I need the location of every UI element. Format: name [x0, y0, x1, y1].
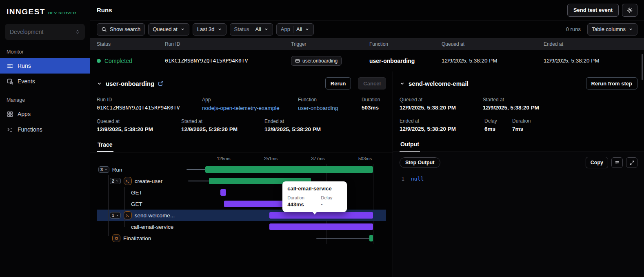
step-meta-row-1: Queued at 12/9/2025, 5:38:20 PM Started …: [393, 97, 644, 111]
sidebar-item-apps[interactable]: Apps: [0, 106, 90, 122]
apps-icon: [7, 111, 13, 118]
scrollbar[interactable]: [642, 54, 643, 80]
chevron-down-icon: [180, 27, 185, 31]
external-link-icon[interactable]: [158, 80, 164, 86]
axis-tick: 377ms: [311, 156, 326, 161]
event-trigger-icon: [295, 58, 300, 63]
chevron-down-icon: [218, 27, 222, 31]
column-header: Function: [369, 41, 442, 47]
step-started-at: 12/9/2025, 5:38:20 PM: [483, 105, 637, 111]
step-title: send-welcome-email: [409, 80, 469, 87]
sidebar-item-label: Functions: [18, 126, 42, 133]
select-chevrons-icon: [75, 29, 80, 35]
trace-row-finalization[interactable]: Finalization: [97, 232, 386, 244]
sidebar-item-runs[interactable]: Runs: [0, 58, 90, 74]
step-queued-at: 12/9/2025, 5:38:20 PM: [400, 105, 483, 111]
table-columns-dropdown[interactable]: Table columns: [587, 23, 637, 36]
field-label: Ended at: [264, 118, 386, 124]
app-filter-dropdown[interactable]: App All: [276, 23, 314, 36]
step-output-pill[interactable]: Step Output: [400, 157, 440, 168]
table-row[interactable]: Completed 01KC1ZMSBNY9ZQT415RP94K0TV use…: [90, 50, 644, 71]
sidebar-item-events[interactable]: Events: [0, 74, 90, 89]
cancel-button[interactable]: Cancel: [358, 77, 386, 89]
run-meta-row-1: Run ID 01KC1ZMSBNY9ZQT415RP94K0TV App no…: [90, 97, 393, 111]
run-function: user-onboarding: [369, 58, 442, 64]
span-bar[interactable]: [369, 235, 373, 241]
copy-button[interactable]: Copy: [586, 157, 608, 168]
tab-trace[interactable]: Trace: [97, 139, 113, 152]
queued-at-dropdown[interactable]: Queued at: [148, 23, 189, 36]
runs-icon: [7, 63, 13, 69]
output-panel: Step Output Copy 1 null: [393, 152, 644, 277]
collapse-chevron-icon[interactable]: [400, 81, 405, 86]
step-delay: 6ms: [484, 126, 512, 132]
span-bar[interactable]: [205, 166, 373, 173]
inngest-dev-server: INNGEST DEV SERVER Development Monitor R…: [0, 0, 644, 277]
trace-time-axis: 125ms 251ms 377ms 503ms: [97, 156, 386, 164]
step-icon: [124, 177, 132, 185]
field-label: Started at: [483, 97, 637, 103]
chevron-down-icon: [115, 214, 119, 217]
expand-icon: [629, 160, 635, 165]
runs-table-header: Status Run ID Trigger Function Queued at…: [90, 38, 644, 50]
sidebar-item-label: Events: [18, 78, 35, 85]
gear-icon: [626, 7, 633, 13]
tooltip-delay: -: [321, 201, 342, 208]
column-header: Status: [90, 41, 165, 47]
trace-row-run[interactable]: 3 Run: [97, 164, 386, 175]
rerun-from-step-button[interactable]: Rerun from step: [586, 77, 637, 89]
collapse-toggle[interactable]: 2: [110, 178, 121, 184]
run-meta-row-2: Queued at 12/9/2025, 5:38:20 PM Started …: [90, 118, 393, 132]
field-label: Started at: [181, 118, 264, 124]
trigger-badge[interactable]: user.onboarding: [291, 56, 342, 66]
dev-server-badge: DEV SERVER: [48, 11, 76, 15]
step-detail-pane: send-welcome-email Rerun from step Queue…: [393, 71, 644, 277]
collapse-toggle[interactable]: 1: [110, 212, 121, 219]
span-name: send-welcome...: [135, 212, 175, 219]
run-details: user-onboarding Rerun Cancel Run ID 01KC…: [90, 71, 644, 277]
trace-row-send-welcome-email[interactable]: 1 send-welcome... call-email-service Dur…: [97, 210, 386, 221]
run-detail-pane: user-onboarding Rerun Cancel Run ID 01KC…: [90, 71, 393, 277]
tooltip-duration: 443ms: [287, 201, 321, 208]
span-bar[interactable]: [269, 223, 373, 230]
line-number: 1: [400, 176, 404, 182]
collapse-chevron-icon[interactable]: [97, 81, 102, 86]
send-test-event-button[interactable]: Send test event: [567, 4, 619, 17]
step-duration: 7ms: [512, 126, 637, 132]
field-label: Ended at: [400, 118, 484, 124]
run-title: user-onboarding: [106, 80, 154, 87]
trace-rows: 3 Run 2 create: [97, 164, 386, 244]
ended-at-value: 12/9/2025, 5:38:20 PM: [264, 126, 386, 132]
step-ended-at: 12/9/2025, 5:38:20 PM: [400, 126, 484, 132]
app-link[interactable]: nodejs-open-telemetry-example: [202, 105, 280, 111]
queue-line: [316, 238, 369, 239]
tooltip-caret: [312, 212, 317, 214]
environment-select[interactable]: Development: [5, 24, 85, 40]
topbar: Runs Send test event: [90, 0, 644, 20]
field-label: Queued at: [400, 97, 483, 103]
output-value: null: [411, 176, 424, 182]
environment-label: Development: [10, 29, 44, 35]
run-status: Completed: [104, 58, 132, 64]
status-filter-dropdown[interactable]: Status All: [230, 23, 273, 36]
show-search-button[interactable]: Show search: [97, 23, 145, 36]
span-bar[interactable]: [220, 189, 226, 196]
time-range-dropdown[interactable]: Last 3d: [193, 23, 227, 36]
queued-at-value: 12/9/2025, 5:38:20 PM: [97, 126, 181, 132]
wrap-lines-button[interactable]: [611, 157, 623, 168]
expand-output-button[interactable]: [626, 157, 637, 168]
logo-row: INNGEST DEV SERVER: [0, 0, 90, 20]
rerun-button[interactable]: Rerun: [325, 77, 351, 89]
collapse-toggle[interactable]: 3: [98, 166, 109, 173]
chevron-down-icon: [628, 27, 633, 31]
trace-row-call-email-service[interactable]: call-email-service: [97, 221, 386, 232]
settings-button[interactable]: [622, 4, 637, 17]
function-link[interactable]: user-onboarding: [298, 105, 338, 111]
tab-output[interactable]: Output: [400, 138, 420, 152]
sidebar-item-label: Runs: [18, 63, 31, 69]
page-title: Runs: [97, 7, 112, 13]
run-id: 01KC1ZMSBNY9ZQT415RP94K0TV: [165, 58, 291, 64]
span-bar[interactable]: [269, 212, 373, 219]
span-name: Run: [112, 167, 122, 173]
sidebar-item-functions[interactable]: Functions: [0, 122, 90, 137]
